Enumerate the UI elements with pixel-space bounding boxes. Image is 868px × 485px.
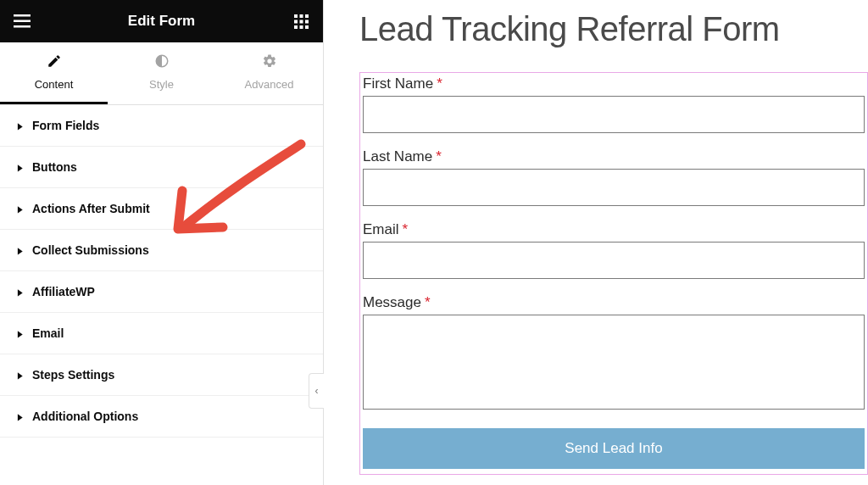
required-marker: * (436, 148, 442, 165)
field-label-text: First Name (363, 75, 433, 92)
panel-tabs: Content Style Advanced (0, 42, 323, 105)
section-steps-settings[interactable]: ▶Steps Settings (0, 354, 323, 396)
caret-right-icon: ▶ (18, 121, 23, 131)
svg-rect-5 (305, 14, 309, 18)
svg-rect-6 (294, 20, 298, 23)
gear-icon (262, 53, 277, 73)
collapse-panel-button[interactable]: ‹ (309, 373, 324, 409)
field-label: Email* (363, 221, 865, 238)
tab-advanced[interactable]: Advanced (215, 42, 323, 104)
section-label: AffiliateWP (32, 285, 95, 298)
submit-button[interactable]: Send Lead Info (363, 428, 865, 469)
first-name-input[interactable] (363, 96, 865, 133)
field-label: Message* (363, 294, 865, 311)
svg-rect-0 (14, 14, 31, 17)
message-input[interactable] (363, 315, 865, 410)
tab-content[interactable]: Content (0, 42, 108, 104)
svg-rect-4 (299, 14, 303, 18)
field-label-text: Email (363, 221, 399, 238)
field-email: Email* (363, 221, 865, 279)
section-label: Collect Submissions (32, 243, 149, 257)
field-label: First Name* (363, 75, 865, 92)
section-actions-after-submit[interactable]: ▶Actions After Submit (0, 188, 323, 230)
section-label: Actions After Submit (32, 202, 150, 215)
apps-grid-icon[interactable] (291, 11, 311, 31)
caret-right-icon: ▶ (18, 246, 23, 255)
section-label: Steps Settings (32, 368, 114, 382)
field-label-text: Last Name (363, 148, 432, 165)
sections-list: ▶Form Fields▶Buttons▶Actions After Submi… (0, 105, 323, 485)
email-input[interactable] (363, 242, 865, 279)
section-buttons[interactable]: ▶Buttons (0, 147, 323, 188)
svg-rect-3 (294, 14, 298, 18)
section-label: Buttons (32, 160, 77, 174)
panel-header: Edit Form (0, 0, 323, 42)
caret-right-icon: ▶ (18, 371, 23, 380)
panel-title: Edit Form (32, 13, 291, 30)
tab-label: Style (149, 78, 174, 91)
field-message: Message* (363, 294, 865, 413)
svg-rect-2 (14, 25, 31, 28)
last-name-input[interactable] (363, 169, 865, 206)
section-email[interactable]: ▶Email (0, 313, 323, 354)
caret-right-icon: ▶ (18, 204, 23, 214)
required-marker: * (425, 294, 431, 311)
svg-rect-10 (299, 25, 303, 29)
caret-right-icon: ▶ (18, 163, 23, 172)
caret-right-icon: ▶ (18, 287, 23, 297)
field-first-name: First Name* (363, 75, 865, 133)
tab-style[interactable]: Style (108, 42, 215, 104)
form-title: Lead Tracking Referral Form (359, 10, 868, 48)
hamburger-icon[interactable] (12, 11, 32, 31)
svg-rect-8 (305, 20, 309, 23)
section-form-fields[interactable]: ▶Form Fields (0, 105, 323, 147)
section-additional-options[interactable]: ▶Additional Options (0, 396, 323, 438)
svg-rect-11 (305, 25, 309, 29)
editor-panel: Edit Form Content Style Advanc (0, 0, 324, 485)
field-last-name: Last Name* (363, 148, 865, 206)
caret-right-icon: ▶ (18, 412, 23, 421)
form-preview: Lead Tracking Referral Form First Name*L… (324, 0, 868, 485)
section-label: Email (32, 326, 64, 340)
required-marker: * (437, 75, 442, 92)
pencil-icon (47, 53, 62, 73)
svg-rect-1 (14, 20, 31, 23)
section-collect-submissions[interactable]: ▶Collect Submissions (0, 230, 323, 271)
chevron-left-icon: ‹ (315, 385, 319, 397)
contrast-icon (154, 53, 170, 73)
section-affiliatewp[interactable]: ▶AffiliateWP (0, 271, 323, 313)
field-label: Last Name* (363, 148, 865, 165)
section-label: Additional Options (32, 410, 138, 423)
required-marker: * (403, 221, 409, 238)
form-container: First Name*Last Name*Email*Message*Send … (359, 72, 868, 475)
section-label: Form Fields (32, 119, 99, 132)
caret-right-icon: ▶ (18, 329, 23, 338)
tab-label: Advanced (245, 78, 294, 91)
field-label-text: Message (363, 294, 421, 311)
tab-label: Content (35, 78, 74, 91)
svg-rect-9 (294, 25, 298, 29)
svg-rect-7 (299, 20, 303, 23)
